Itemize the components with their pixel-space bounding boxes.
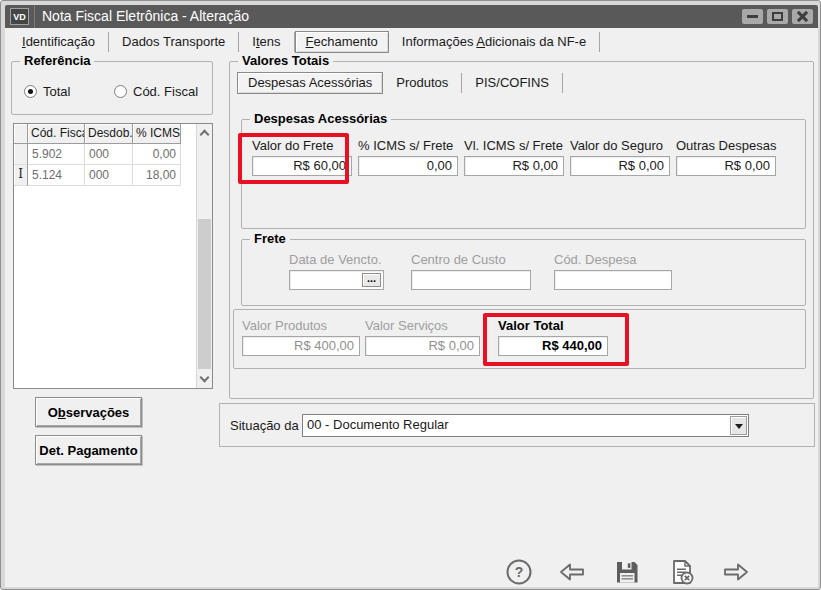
combo-dropdown-icon[interactable] (730, 416, 747, 435)
save-icon (612, 557, 642, 587)
previous-button[interactable] (557, 557, 587, 587)
main-tabbar: Identificação Dados Transporte Itens Fec… (9, 31, 600, 53)
despesas-acessorias-title: Despesas Acessórias (250, 111, 391, 126)
valor-seguro-label: Valor do Seguro (570, 138, 670, 153)
cell-cod-fiscal: 5.124 (28, 165, 85, 186)
outras-despesas-label: Outras Despesas (676, 138, 776, 153)
cell-desdob: 000 (85, 165, 133, 186)
titlebar: VD Nota Fiscal Eletrônica - Alteração (5, 5, 818, 28)
tab-itens[interactable]: Itens (239, 32, 294, 52)
maximize-button[interactable] (767, 9, 788, 24)
valor-frete-label: Valor do Frete (252, 138, 352, 153)
cell-icms: 0,00 (133, 144, 181, 165)
tab-informacoes-adicionais[interactable]: Informações Adicionais da NF-e (389, 32, 600, 52)
arrow-left-icon (557, 557, 587, 587)
application-window: VD Nota Fiscal Eletrônica - Alteração Id… (0, 0, 821, 590)
despesas-acessorias-groupbox: Despesas Acessórias Valor do Frete R$ 60… (241, 119, 806, 229)
valor-seguro-input[interactable]: R$ 0,00 (570, 156, 670, 176)
data-vencto-input[interactable]: ... (289, 270, 384, 290)
vl-icms-frete-input[interactable]: R$ 0,00 (464, 156, 564, 176)
grid-col-icms[interactable]: % ICMS (133, 124, 181, 144)
observacoes-button[interactable]: Observações (35, 397, 142, 427)
frete-title: Frete (250, 231, 290, 246)
tab-label-part: A (476, 34, 485, 49)
help-button[interactable]: ? (504, 557, 534, 587)
cell-desdob: 000 (85, 144, 133, 165)
outras-despesas-input[interactable]: R$ 0,00 (676, 156, 776, 176)
scroll-up-icon[interactable] (200, 130, 210, 140)
tab-identificacao[interactable]: Identificação (9, 32, 109, 52)
grid-row[interactable]: 5.902 000 0,00 (14, 144, 212, 165)
next-button[interactable] (721, 557, 751, 587)
cell-cod-fiscal: 5.902 (28, 144, 85, 165)
valor-frete-input[interactable]: R$ 60,00 (252, 156, 352, 176)
cancel-nf-button[interactable] (667, 557, 697, 587)
pct-icms-frete-input[interactable]: 0,00 (358, 156, 458, 176)
button-label-part: g (83, 443, 91, 458)
grid-indicator-header (14, 124, 28, 144)
tab-dados-transporte[interactable]: Dados Transporte (109, 32, 239, 52)
valor-total-label: Valor Total (498, 318, 608, 333)
data-vencto-label: Data de Vencto. (289, 252, 384, 267)
radio-total[interactable]: Total (24, 84, 114, 99)
app-icon: VD (10, 8, 29, 25)
grid-col-cod-fiscal[interactable]: Cód. Fiscal (28, 124, 85, 144)
button-label-part: O (48, 405, 58, 420)
button-label-part: amento (91, 443, 137, 458)
situacao-panel: Situação da NF: 00 - Documento Regular (219, 403, 815, 447)
cell-icms: 18,00 (133, 165, 181, 186)
cod-despesa-label: Cód. Despesa (554, 252, 672, 267)
referencia-groupbox: Referência Total Cód. Fiscal (11, 61, 213, 115)
det-pagamento-button[interactable]: Det. Pagamento (35, 435, 142, 465)
radio-label: Cód. Fiscal (133, 84, 198, 99)
situacao-combobox[interactable]: 00 - Documento Regular (302, 414, 749, 437)
radio-cod-fiscal[interactable]: Cód. Fiscal (114, 84, 198, 99)
valor-servicos-label: Valor Serviços (365, 318, 480, 333)
totais-groupbox: Valor Produtos R$ 400,00 Valor Serviços … (233, 309, 806, 369)
tab-label-part: Informações (402, 34, 476, 49)
frete-groupbox: Frete Data de Vencto. ... Centro de Cust… (241, 239, 806, 306)
help-icon: ? (504, 557, 534, 587)
grid-row-current[interactable]: I 5.124 000 18,00 (14, 165, 212, 186)
tab-pis-cofins[interactable]: PIS/COFINS (462, 73, 563, 93)
valores-totais-title: Valores Totais (238, 53, 333, 68)
valor-servicos-input[interactable]: R$ 0,00 (365, 336, 480, 356)
row-indicator-ibeam: I (14, 165, 28, 186)
save-button[interactable] (612, 557, 642, 587)
tab-label-part: dicionais da NF-e (485, 34, 586, 49)
scrollbar-thumb[interactable] (198, 219, 211, 369)
valor-total-input[interactable]: R$ 440,00 (498, 336, 608, 356)
tab-label-part: ens (260, 34, 281, 49)
valor-produtos-input[interactable]: R$ 400,00 (242, 336, 360, 356)
close-button[interactable] (792, 9, 813, 24)
grid-col-desdob[interactable]: Desdob. (85, 124, 133, 144)
minimize-button[interactable] (742, 9, 763, 24)
pct-icms-frete-label: % ICMS s/ Frete (358, 138, 458, 153)
date-picker-button[interactable]: ... (362, 273, 381, 287)
tab-despesas-acessorias[interactable]: Despesas Acessórias (237, 72, 383, 94)
tab-produtos[interactable]: Produtos (383, 73, 462, 93)
tab-label-part: PIS/COFINS (475, 75, 549, 90)
cod-despesa-input[interactable] (554, 270, 672, 290)
button-label-part: Det. Pa (39, 443, 83, 458)
arrow-right-icon (721, 557, 751, 587)
referencia-title: Referência (20, 53, 94, 68)
button-label-part: b (58, 405, 66, 420)
tab-fechamento[interactable]: Fechamento (295, 31, 389, 53)
window-title: Nota Fiscal Eletrônica - Alteração (42, 5, 249, 28)
radio-label: Total (43, 84, 70, 99)
vl-icms-frete-label: Vl. ICMS s/ Frete (464, 138, 564, 153)
radio-dot (24, 85, 37, 98)
tab-label-part: F (306, 34, 314, 49)
titlebar-separator (34, 5, 35, 28)
valores-tabbar: Despesas Acessórias Produtos PIS/COFINS (237, 72, 563, 94)
button-label-part: servações (66, 405, 130, 420)
client-area: Identificação Dados Transporte Itens Fec… (5, 28, 818, 587)
tab-label-part: Despesas Acessórias (248, 75, 372, 90)
centro-custo-input[interactable] (411, 270, 531, 290)
grid-scrollbar[interactable] (196, 124, 212, 388)
grid-header-row: Cód. Fiscal Desdob. % ICMS (14, 124, 212, 144)
row-indicator (14, 144, 28, 165)
svg-text:?: ? (515, 564, 524, 580)
scroll-down-icon[interactable] (200, 373, 210, 383)
